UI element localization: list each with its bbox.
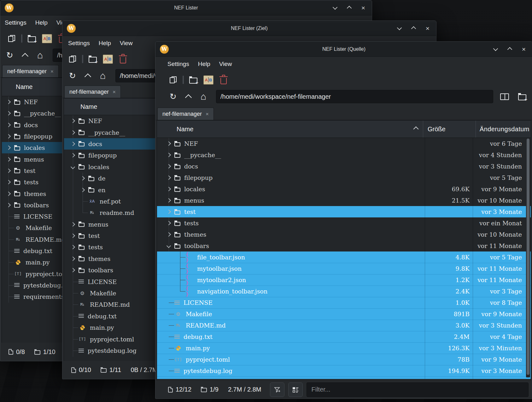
tab-close-icon[interactable]: × bbox=[206, 111, 209, 117]
refresh-button[interactable]: ↻ bbox=[167, 90, 179, 103]
expand-chevron-right-icon[interactable] bbox=[69, 115, 77, 127]
new-tab-button[interactable] bbox=[516, 90, 529, 103]
expand-chevron-right-icon[interactable] bbox=[79, 184, 87, 195]
expand-chevron-right-icon[interactable] bbox=[165, 172, 173, 183]
file-row[interactable]: __pycache__vor 4 Stunden bbox=[157, 149, 531, 161]
home-button[interactable]: ⌂ bbox=[34, 49, 46, 62]
file-row[interactable]: LICENSE1.0Kvor 8 Tage bbox=[157, 297, 531, 308]
copy-button[interactable] bbox=[66, 53, 79, 65]
path-input[interactable]: /home/medi/workspace/nef-filemanager bbox=[216, 90, 493, 103]
file-row[interactable]: main.py126.3Kvor 3 Minuten bbox=[157, 342, 531, 354]
expand-chevron-right-icon[interactable] bbox=[4, 199, 13, 211]
menu-settings[interactable]: Settings bbox=[68, 40, 90, 47]
vertical-scrollbar[interactable] bbox=[526, 138, 530, 377]
menu-settings[interactable]: Settings bbox=[5, 19, 26, 26]
close-button[interactable]: × bbox=[521, 46, 527, 52]
menu-help[interactable]: Help bbox=[35, 19, 48, 26]
minimize-button[interactable] bbox=[332, 5, 338, 11]
file-row[interactable]: ⚙Makefile891Bvor 9 Monate bbox=[157, 308, 531, 320]
rename-button[interactable]: AB bbox=[41, 32, 53, 45]
menu-view[interactable]: View bbox=[120, 40, 133, 47]
expand-chevron-right-icon[interactable] bbox=[4, 142, 13, 153]
file-row[interactable]: filepopupvor 5 Tage bbox=[157, 172, 531, 183]
new-folder-button[interactable] bbox=[187, 74, 200, 86]
expand-chevron-right-icon[interactable] bbox=[69, 127, 77, 138]
expand-chevron-right-icon[interactable] bbox=[165, 217, 173, 229]
titlebar[interactable]: W NEF Lister (Ziel) × bbox=[62, 21, 436, 36]
expand-chevron-right-icon[interactable] bbox=[4, 176, 13, 188]
expand-chevron-right-icon[interactable] bbox=[69, 150, 77, 161]
filter-add-button[interactable] bbox=[270, 382, 284, 397]
expand-chevron-right-icon[interactable] bbox=[69, 138, 77, 150]
expand-chevron-right-icon[interactable] bbox=[165, 195, 173, 206]
minimize-button[interactable] bbox=[493, 46, 498, 52]
close-button[interactable]: × bbox=[425, 26, 430, 31]
expand-chevron-right-icon[interactable] bbox=[79, 173, 87, 184]
expand-chevron-right-icon[interactable] bbox=[165, 206, 173, 217]
file-row[interactable]: testvor 3 Monate bbox=[157, 206, 531, 217]
copy-button[interactable] bbox=[5, 32, 18, 45]
expand-chevron-right-icon[interactable] bbox=[4, 108, 13, 119]
delete-button[interactable] bbox=[217, 74, 230, 86]
file-row[interactable]: debug.txt2.4Mvor 4 Tage bbox=[157, 331, 531, 342]
up-button[interactable] bbox=[182, 90, 195, 103]
expand-chevron-right-icon[interactable] bbox=[69, 264, 77, 276]
titlebar[interactable]: W NEF Lister × bbox=[0, 0, 372, 15]
tab-nef-filemanager[interactable]: nef-filemanager × bbox=[64, 86, 121, 98]
close-button[interactable]: × bbox=[360, 5, 366, 11]
expand-chevron-right-icon[interactable] bbox=[165, 138, 173, 149]
file-row[interactable]: menus21.5Kvor 10 Monate bbox=[157, 195, 531, 206]
file-row[interactable]: M↓README.md3.0Kvor 3 Stunden bbox=[157, 320, 531, 331]
new-folder-button[interactable] bbox=[26, 32, 38, 45]
file-row[interactable]: { }mytoolbar2.json1.2Kvor 11 Monate bbox=[157, 274, 531, 286]
maximize-button[interactable] bbox=[411, 26, 416, 31]
split-view-button[interactable] bbox=[498, 90, 511, 103]
refresh-button[interactable]: ↻ bbox=[66, 69, 79, 82]
tab-close-icon[interactable]: × bbox=[113, 89, 116, 95]
tab-nef-filemanager[interactable]: nef-filemanager × bbox=[2, 65, 59, 77]
up-button[interactable] bbox=[81, 69, 94, 82]
expand-chevron-down-icon[interactable] bbox=[165, 240, 173, 251]
file-row[interactable]: locales69.6Kvor 9 Monate bbox=[157, 183, 531, 195]
expand-chevron-right-icon[interactable] bbox=[165, 183, 173, 195]
column-name[interactable]: Name bbox=[157, 121, 423, 138]
expand-chevron-right-icon[interactable] bbox=[4, 96, 13, 108]
view-details-button[interactable] bbox=[288, 382, 303, 397]
expand-chevron-right-icon[interactable] bbox=[4, 165, 13, 176]
delete-button[interactable] bbox=[117, 53, 129, 65]
expand-chevron-down-icon[interactable] bbox=[69, 161, 77, 173]
refresh-button[interactable]: ↻ bbox=[3, 49, 16, 62]
scrollbar-thumb[interactable] bbox=[527, 139, 529, 375]
copy-button[interactable] bbox=[167, 74, 179, 86]
expand-chevron-right-icon[interactable] bbox=[4, 153, 13, 165]
tab-close-icon[interactable]: × bbox=[50, 69, 54, 74]
file-row[interactable]: pytestdebug.log194.9Kvor 3 Monate bbox=[157, 365, 531, 376]
file-row[interactable]: toolbarsvor 11 Monate bbox=[157, 240, 531, 251]
up-button[interactable] bbox=[19, 49, 31, 62]
expand-chevron-right-icon[interactable] bbox=[69, 253, 77, 264]
home-button[interactable]: ⌂ bbox=[197, 90, 210, 103]
menu-view[interactable]: View bbox=[219, 61, 232, 68]
rename-button[interactable]: AB bbox=[202, 74, 215, 86]
file-row[interactable]: { }mytoolbar.json9.8Kvor 11 Monate bbox=[157, 263, 531, 274]
file-row[interactable]: requirements.txt bbox=[157, 376, 531, 379]
expand-chevron-right-icon[interactable] bbox=[165, 149, 173, 161]
home-button[interactable]: ⌂ bbox=[96, 69, 109, 82]
tab-nef-filemanager[interactable]: nef-filemanager × bbox=[157, 108, 214, 120]
file-row[interactable]: [T]pyproject.toml78Bvor 9 Monate bbox=[157, 354, 531, 365]
titlebar[interactable]: W NEF Lister (Quelle) × bbox=[155, 42, 532, 57]
expand-chevron-right-icon[interactable] bbox=[4, 131, 13, 142]
expand-chevron-right-icon[interactable] bbox=[4, 119, 13, 131]
file-row[interactable]: NEFvor 6 Tage bbox=[157, 138, 531, 149]
file-row[interactable]: docsvor 3 Stunden bbox=[157, 161, 531, 172]
expand-chevron-right-icon[interactable] bbox=[69, 230, 77, 241]
menu-help[interactable]: Help bbox=[198, 61, 210, 68]
new-folder-button[interactable] bbox=[86, 53, 99, 65]
file-row[interactable]: { }navigation_toolbar.json2.4Kvor 3 Tage bbox=[157, 286, 531, 297]
menu-help[interactable]: Help bbox=[99, 40, 111, 47]
filter-input[interactable]: Filter... bbox=[307, 382, 529, 397]
expand-chevron-right-icon[interactable] bbox=[69, 219, 77, 230]
expand-chevron-right-icon[interactable] bbox=[165, 161, 173, 172]
rename-button[interactable]: AB bbox=[102, 53, 114, 65]
file-row[interactable]: { }file_toolbar.json4.8Kvor 5 Tage bbox=[157, 251, 531, 263]
